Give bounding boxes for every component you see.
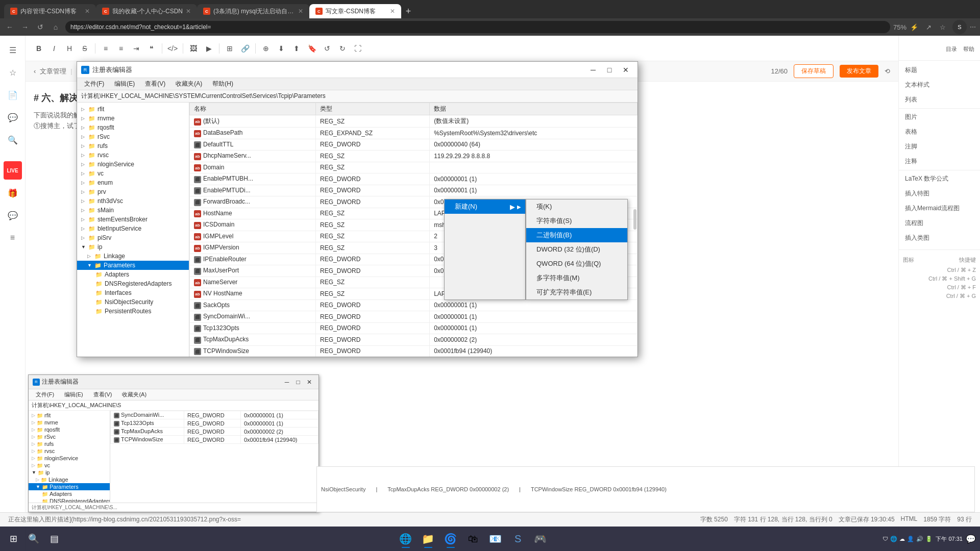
taskview-button[interactable]: ▤: [45, 530, 63, 548]
table-row[interactable]: ab(默认) REG_SZ(数值未设置): [190, 115, 638, 128]
mini-table-row[interactable]: ⬛TcpMaxDupAcks REG_DWORD0x00000002 (2): [111, 428, 318, 436]
italic-button[interactable]: I: [47, 41, 61, 56]
right-panel-toc[interactable]: 目录: [944, 42, 959, 56]
favorites-btn[interactable]: ☆: [937, 21, 948, 33]
ctx-item-multistring[interactable]: 多字符串值(M): [526, 271, 627, 285]
tree-item-rfit[interactable]: ▷📁rfit: [77, 105, 189, 114]
right-panel-list[interactable]: 列表: [899, 92, 980, 107]
profile-avatar[interactable]: S: [952, 20, 967, 34]
ol-button[interactable]: ≡: [114, 41, 128, 56]
sidebar-icon-chat[interactable]: 💬: [4, 206, 22, 224]
tree-item-vc[interactable]: ▷📁vc: [77, 169, 189, 178]
tree-item-adapters[interactable]: 📁Adapters: [77, 270, 189, 279]
reload-button[interactable]: ↺: [35, 21, 46, 33]
table-row[interactable]: ⬛SackOpts REG_DWORD0x00000001 (1): [190, 299, 638, 311]
menu-file[interactable]: 文件(F): [79, 79, 109, 89]
close-button[interactable]: ✕: [618, 64, 633, 76]
tree-item-rqosflt[interactable]: ▷📁rqosflt: [77, 123, 189, 132]
ctx-item-binary[interactable]: 二进制值(B): [526, 228, 627, 242]
tab-close-4[interactable]: ✕: [390, 8, 395, 15]
mini-minimize[interactable]: ─: [282, 378, 292, 386]
code-button[interactable]: </>: [165, 41, 180, 56]
tb-app-email[interactable]: 📧: [485, 529, 506, 549]
mini-tree-rvsc[interactable]: ▷📁rvsc: [29, 447, 110, 455]
tree-item-persistent[interactable]: 📁PersistentRoutes: [77, 307, 189, 316]
table-button[interactable]: ⊞: [223, 41, 237, 56]
tree-item-ip[interactable]: ▼📁ip: [77, 242, 189, 252]
table-row[interactable]: ⬛SyncDomainWi... REG_DWORD0x00000001 (1): [190, 311, 638, 323]
right-panel-footnote[interactable]: 注脚: [899, 139, 980, 154]
tree-item-nlogin[interactable]: ▷📁nloginService: [77, 160, 189, 169]
right-panel-table[interactable]: 表格: [899, 124, 980, 139]
indent-button[interactable]: ⇥: [129, 41, 143, 56]
table-row[interactable]: abDhcpNameServ... REG_SZ119.29.29.29 8.8…: [190, 151, 638, 162]
sidebar-icon-list[interactable]: ≡: [4, 229, 22, 247]
sidebar-icon-document[interactable]: 📄: [4, 86, 22, 104]
tree-item-dnsregistered[interactable]: 📁DNSRegisteredAdapters: [77, 279, 189, 288]
fullscreen-button[interactable]: ⛶: [351, 41, 365, 56]
search-button[interactable]: 🔍: [24, 530, 43, 548]
tb-app-explorer[interactable]: 📁: [418, 529, 438, 549]
mini-tree-rfit[interactable]: ▷📁rfit: [29, 412, 110, 419]
mini-tree-nvme[interactable]: ▷📁nvme: [29, 419, 110, 426]
ctx-item-expandstring[interactable]: 可扩充字符串值(E): [526, 285, 627, 299]
tree-item-blet[interactable]: ▷📁bletInputService: [77, 224, 189, 233]
share-btn[interactable]: ↗: [923, 21, 934, 33]
mini-tree-rqosflt[interactable]: ▷📁rqosflt: [29, 426, 110, 433]
right-panel-flowchart[interactable]: 流程图: [899, 216, 980, 231]
mini-tree-nlogin[interactable]: ▷📁nloginService: [29, 455, 110, 462]
home-button[interactable]: ⌂: [50, 21, 61, 33]
tree-item-smain[interactable]: ▷📁sMain: [77, 206, 189, 215]
mini-close[interactable]: ✕: [304, 378, 314, 386]
start-button[interactable]: ⊞: [4, 530, 22, 548]
redo-button[interactable]: ↻: [335, 41, 350, 56]
undo-button[interactable]: ↺: [320, 41, 334, 56]
ctx-item-string[interactable]: 字符串值(S): [526, 214, 627, 228]
strikethrough-button[interactable]: S: [78, 41, 92, 56]
menu-favorites[interactable]: 收藏夹(A): [170, 79, 207, 89]
right-panel-text-style[interactable]: 文本样式: [899, 78, 980, 92]
video-button[interactable]: ▶: [202, 41, 216, 56]
tab-write-article[interactable]: C 写文章-CSDN博客 ✕: [309, 4, 401, 18]
tb-app-edge[interactable]: 🌐: [396, 529, 416, 549]
right-panel-image[interactable]: 图片: [899, 110, 980, 124]
right-panel-title[interactable]: 标题: [899, 63, 980, 78]
right-panel-mermaid[interactable]: 插入Mermaid流程图: [899, 201, 980, 216]
quote-button[interactable]: ❝: [144, 41, 159, 56]
extension-btn[interactable]: ⚡: [909, 21, 920, 33]
mini-tree-rufs[interactable]: ▷📁rufs: [29, 440, 110, 447]
menu-help[interactable]: 帮助(H): [207, 79, 238, 89]
table-row[interactable]: abDataBasePath REG_EXPAND_SZ%SystemRoot%…: [190, 128, 638, 139]
ctx-item-qword64[interactable]: QWORD (64 位)值(Q): [526, 257, 627, 271]
sidebar-icon-gift[interactable]: 🎁: [4, 184, 22, 202]
image-button[interactable]: 🖼: [186, 41, 201, 56]
mini-table-row[interactable]: ⬛Tcp1323Opts REG_DWORD0x00000001 (1): [111, 419, 318, 428]
publish-button[interactable]: 发布文章: [840, 65, 878, 78]
link-button[interactable]: 🔗: [238, 41, 252, 56]
table-row[interactable]: ⬛EnablePMTUDi... REG_DWORD0x00000001 (1): [190, 185, 638, 196]
tab-mysql[interactable]: C (3条消息) mysql无法启动自动关闭_M... ✕: [197, 4, 309, 18]
right-panel-special[interactable]: 插入特图: [899, 186, 980, 201]
mini-maximize[interactable]: □: [293, 378, 303, 386]
ctx-item-key[interactable]: 项(K): [526, 199, 627, 214]
tree-item-enum[interactable]: ▷📁enum: [77, 178, 189, 187]
tree-item-nsiobject[interactable]: 📁NsiObjectSecurity: [77, 297, 189, 307]
tree-item-pisrv[interactable]: ▷📁piSrv: [77, 233, 189, 242]
mini-table-row[interactable]: ⬛SyncDomainWi... REG_DWORD0x00000001 (1): [111, 411, 318, 419]
clock[interactable]: 下午 07:31: [936, 535, 963, 543]
live-button[interactable]: LIVE: [4, 161, 22, 180]
right-panel-latex[interactable]: LaTeX 数学公式: [899, 171, 980, 186]
mini-table-row[interactable]: ⬛TCPWindowSize REG_DWORD0x0001fb94 (1299…: [111, 436, 318, 444]
mini-tree-adapters[interactable]: 📁Adapters: [29, 490, 110, 497]
notification-center[interactable]: 💬: [966, 534, 976, 544]
sidebar-icon-search[interactable]: 🔍: [4, 131, 22, 149]
registry-tree[interactable]: ▷📁rfit ▷📁rnvme ▷📁rqosflt ▷📁rSvc ▷📁rufs ▷…: [77, 103, 189, 357]
mini-values[interactable]: ⬛SyncDomainWi... REG_DWORD0x00000001 (1)…: [110, 411, 318, 503]
url-bar[interactable]: https://editor.csdn.net/md?not_checkout=…: [65, 21, 890, 33]
mini-tree-vc[interactable]: ▷📁vc: [29, 462, 110, 469]
settings-icon[interactable]: ⋯: [970, 23, 976, 31]
format-button[interactable]: ⊕: [259, 41, 273, 56]
mini-tree-linkage[interactable]: ▷📁Linkage: [29, 476, 110, 483]
tab-close-3[interactable]: ✕: [298, 8, 303, 15]
sidebar-icon-menu[interactable]: ☰: [4, 41, 22, 59]
